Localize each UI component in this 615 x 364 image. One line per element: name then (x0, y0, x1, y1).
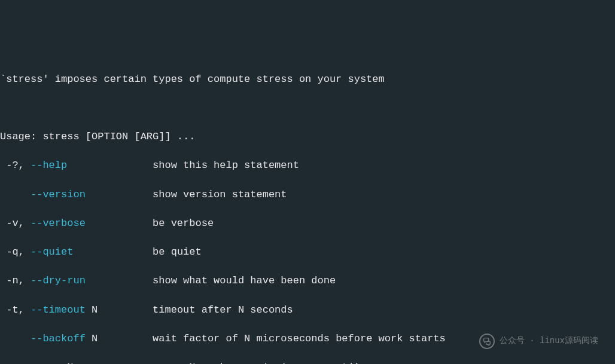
terminal-output: `stress' imposes certain types of comput… (0, 58, 615, 365)
blank-line (0, 101, 615, 115)
option-cpu: -c, --cpu N spawn N workers spinning on … (0, 360, 615, 364)
watermark: 公众号 · linux源码阅读 (479, 334, 598, 349)
option-timeout: -t, --timeout N timeout after N seconds (0, 303, 615, 317)
watermark-text: 公众号 · linux源码阅读 (500, 335, 598, 347)
option-version: --version show version statement (0, 188, 615, 202)
usage-line: Usage: stress [OPTION [ARG]] ... (0, 130, 615, 144)
desc-line: `stress' imposes certain types of comput… (0, 72, 615, 87)
option-verbose: -v, --verbose be verbose (0, 216, 615, 231)
wechat-icon (479, 334, 495, 349)
option-help: -?, --help show this help statement (0, 158, 615, 173)
option-quiet: -q, --quiet be quiet (0, 245, 615, 259)
option-dryrun: -n, --dry-run show what would have been … (0, 274, 615, 288)
